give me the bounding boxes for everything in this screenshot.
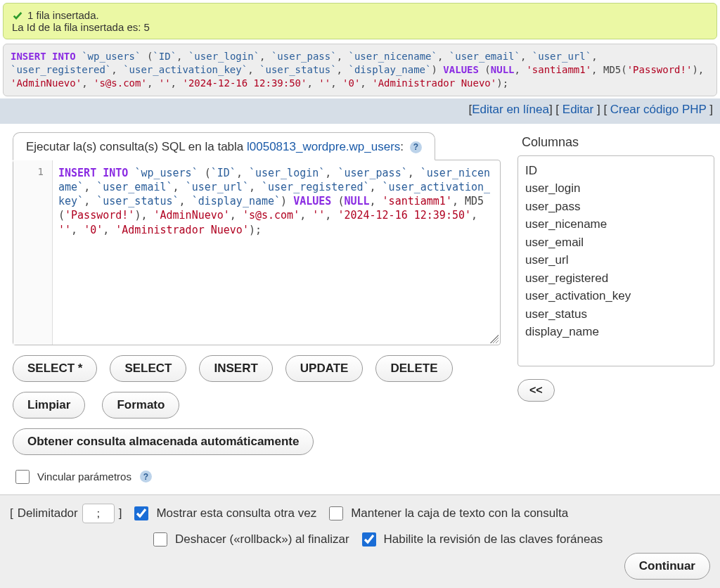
- success-text-2: La Id de la fila insertada es: 5: [12, 21, 708, 33]
- edit-inline-link[interactable]: Editar en línea: [472, 103, 549, 116]
- fk-check-label[interactable]: Habilite la revisión de las claves forán…: [384, 532, 603, 547]
- columns-prev-button[interactable]: <<: [518, 379, 555, 402]
- column-item[interactable]: ID: [525, 162, 707, 180]
- show-again-checkbox[interactable]: [134, 506, 148, 520]
- column-item[interactable]: user_url: [525, 251, 707, 269]
- editor-code[interactable]: INSERT INTO `wp_users` (`ID`, `user_logi…: [53, 160, 500, 345]
- editor-gutter: 1: [13, 160, 53, 345]
- delete-button[interactable]: DELETE: [375, 355, 452, 382]
- sql-editor[interactable]: 1 INSERT INTO `wp_users` (`ID`, `user_lo…: [13, 160, 501, 345]
- sql-preview: INSERT INTO `wp_users` (`ID`, `user_logi…: [3, 44, 717, 96]
- sql-action-links: [Editar en línea] [ Editar ] [ Crear cód…: [0, 98, 720, 124]
- help-icon[interactable]: ?: [140, 471, 152, 482]
- autosaved-query-button[interactable]: Obtener consulta almacenada automáticame…: [13, 428, 314, 455]
- edit-link[interactable]: Editar: [562, 103, 593, 116]
- column-item[interactable]: user_nicename: [525, 215, 707, 234]
- column-item[interactable]: user_pass: [525, 198, 707, 216]
- format-button[interactable]: Formato: [102, 392, 179, 418]
- bind-params-label[interactable]: Vincular parámetros: [37, 471, 131, 482]
- fk-check-checkbox[interactable]: [362, 532, 376, 547]
- help-icon[interactable]: ?: [410, 141, 422, 153]
- footer-panel: [ Delimitador ] Mostrar esta consulta ot…: [0, 494, 720, 588]
- select-star-button[interactable]: SELECT *: [13, 355, 97, 382]
- create-php-link[interactable]: Crear código PHP: [610, 103, 707, 116]
- column-item[interactable]: user_email: [525, 234, 707, 252]
- success-message: 1 fila insertada. La Id de la fila inser…: [3, 3, 717, 39]
- resize-handle-icon[interactable]: [490, 335, 499, 343]
- delimiter-input[interactable]: [82, 504, 115, 523]
- bind-params-checkbox[interactable]: [15, 470, 30, 484]
- insert-button[interactable]: INSERT: [199, 355, 272, 382]
- delimiter-wrap: [ Delimitador ]: [10, 504, 122, 523]
- column-item[interactable]: display_name: [525, 323, 707, 341]
- clear-button[interactable]: Limpiar: [13, 392, 85, 418]
- show-again-label[interactable]: Mostrar esta consulta otra vez: [156, 506, 316, 520]
- query-box-label-prefix: Ejecutar la(s) consulta(s) SQL en la tab…: [26, 140, 247, 153]
- update-button[interactable]: UPDATE: [285, 355, 364, 382]
- success-text-1: 1 fila insertada.: [27, 9, 99, 21]
- column-item[interactable]: user_activation_key: [525, 287, 707, 305]
- select-button[interactable]: SELECT: [110, 355, 186, 382]
- columns-list[interactable]: IDuser_loginuser_passuser_nicenameuser_e…: [518, 155, 714, 366]
- retain-box-label[interactable]: Mantener la caja de texto con la consult…: [351, 506, 568, 520]
- delimiter-label: Delimitador: [18, 506, 78, 520]
- column-item[interactable]: user_registered: [525, 269, 707, 288]
- continue-button[interactable]: Continuar: [624, 553, 710, 580]
- column-item[interactable]: user_login: [525, 179, 707, 198]
- query-box-header: Ejecutar la(s) consulta(s) SQL en la tab…: [13, 132, 435, 160]
- check-icon: [12, 10, 23, 21]
- retain-box-checkbox[interactable]: [329, 506, 343, 520]
- query-box-db-table: l0050813_wordpre.wp_users: [247, 140, 400, 153]
- column-item[interactable]: user_status: [525, 305, 707, 324]
- rollback-checkbox[interactable]: [153, 532, 167, 547]
- query-box-label-suffix: :: [400, 140, 404, 153]
- rollback-label[interactable]: Deshacer («rollback») al finalizar: [175, 532, 349, 547]
- columns-header: Columnas: [518, 132, 714, 155]
